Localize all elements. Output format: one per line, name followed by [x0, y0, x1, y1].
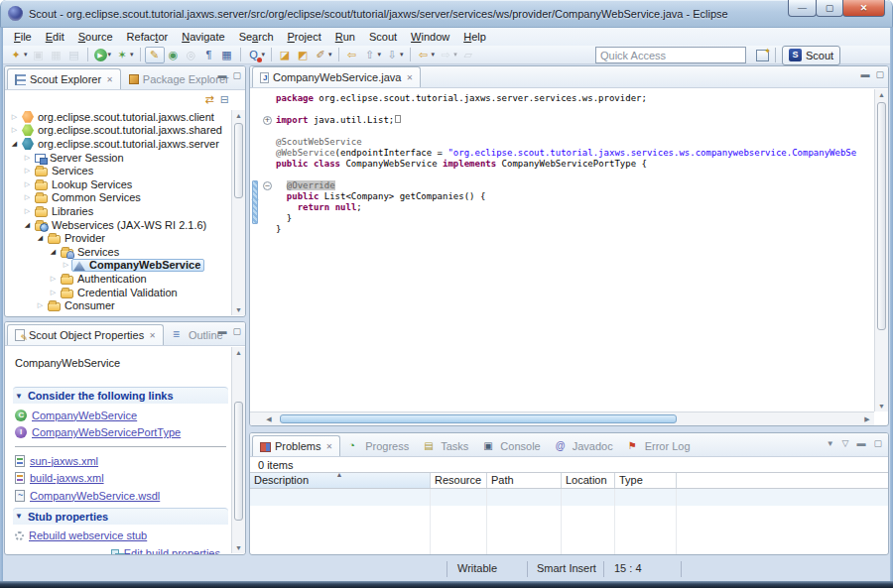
- externalize-strings-button[interactable]: ◉: [165, 48, 183, 62]
- dropdown-arrow-icon[interactable]: ▾: [328, 51, 332, 59]
- link-sun-jaxws-xml[interactable]: sun-jaxws.xml: [30, 455, 98, 467]
- view-menu-icon[interactable]: ▽: [842, 438, 849, 448]
- code-line[interactable]: package org.eclipse.scout.tutorial.jaxws…: [276, 93, 874, 104]
- tree-item-services[interactable]: ▷Services: [5, 164, 232, 177]
- tree-item-org-eclipse-scout-tutorial-jaxws-server[interactable]: ◢org.eclipse.scout.tutorial.jaxws.server: [5, 137, 232, 151]
- search-button[interactable]: ✐▾: [312, 48, 334, 62]
- code-line[interactable]: }: [276, 224, 874, 235]
- dropdown-arrow-icon[interactable]: ▾: [130, 51, 134, 59]
- collapse-arrow-icon[interactable]: ◢: [35, 234, 46, 242]
- dropdown-arrow-icon[interactable]: ▾: [108, 51, 112, 59]
- tree-item-authentication[interactable]: ▷Authentication: [5, 272, 232, 286]
- minimize-view-icon[interactable]: ▬: [217, 70, 226, 80]
- expand-arrow-icon[interactable]: ▷: [48, 275, 59, 283]
- expand-arrow-icon[interactable]: ▷: [9, 113, 20, 121]
- maximize-view-icon[interactable]: ▢: [232, 326, 241, 336]
- menu-window[interactable]: Window: [404, 30, 456, 44]
- code-line[interactable]: import java.util.List;: [276, 115, 874, 126]
- tree-item-server-session[interactable]: ▷Server Session: [5, 151, 232, 165]
- expand-arrow-icon[interactable]: ▷: [22, 207, 33, 215]
- minimize-view-icon[interactable]: ▬: [860, 69, 869, 79]
- properties-tab-scout-object-properties[interactable]: Scout Object Properties✕: [7, 324, 164, 345]
- open-perspective-icon[interactable]: [756, 50, 769, 61]
- maximize-view-icon[interactable]: ▢: [873, 438, 882, 448]
- properties-scrollbar[interactable]: ▲ ▼: [231, 347, 245, 553]
- dropdown-arrow-icon[interactable]: ▾: [262, 51, 266, 59]
- link-with-editor-icon[interactable]: ⇄: [205, 93, 214, 106]
- column-header-location[interactable]: Location: [562, 473, 615, 488]
- dropdown-arrow-icon[interactable]: ▾: [24, 51, 28, 59]
- back-button[interactable]: ⇦▾: [415, 48, 438, 62]
- close-window-button[interactable]: ✕: [842, 0, 885, 17]
- code-area[interactable]: package org.eclipse.scout.tutorial.jaxws…: [276, 93, 874, 235]
- expand-arrow-icon[interactable]: ▷: [22, 167, 33, 175]
- menu-navigate[interactable]: Navigate: [175, 30, 231, 44]
- editor-vertical-scrollbar[interactable]: ▲ ▼: [874, 89, 888, 412]
- expand-arrow-icon[interactable]: ▷: [61, 261, 71, 269]
- open-resource-button[interactable]: ◪: [276, 48, 294, 62]
- editor-horizontal-scrollbar[interactable]: ◀ ▶: [250, 412, 874, 425]
- column-header-path[interactable]: Path: [487, 473, 562, 488]
- tree-item-provider[interactable]: ◢Provider: [5, 231, 232, 245]
- last-edit-location-button[interactable]: ⇦: [343, 48, 361, 62]
- column-header-resource[interactable]: Resource: [431, 473, 487, 488]
- dropdown-arrow-icon[interactable]: ▾: [453, 51, 457, 59]
- code-line[interactable]: @Override: [276, 180, 874, 191]
- menu-scout[interactable]: Scout: [362, 30, 404, 44]
- section-collapse-icon[interactable]: ▼: [15, 392, 23, 401]
- maximize-view-icon[interactable]: ▢: [232, 70, 241, 80]
- close-tab-icon[interactable]: ✕: [406, 73, 413, 82]
- tree-item-consumer[interactable]: ▷Consumer: [5, 298, 232, 312]
- code-line[interactable]: [276, 170, 874, 180]
- tree-item-services[interactable]: ◢Services: [5, 245, 232, 259]
- tree-item-companywebservice[interactable]: ▷CompanyWebService: [5, 259, 232, 273]
- maximize-view-icon[interactable]: ▢: [875, 69, 884, 79]
- problems-tab-javadoc[interactable]: Javadoc: [549, 435, 620, 456]
- menu-help[interactable]: Help: [456, 30, 493, 44]
- show-whitespace-button[interactable]: ¶: [200, 48, 218, 62]
- menu-refactor[interactable]: Refactor: [120, 30, 176, 44]
- tree-item-webservices-jax-ws-ri-2-1-6-[interactable]: ◢Webservices (JAX-WS RI 2.1.6): [5, 218, 232, 232]
- tree-item-org-eclipse-scout-tutorial-jaxws-shared[interactable]: ▷org.eclipse.scout.tutorial.jaxws.shared: [5, 124, 232, 138]
- tree-item-credential-validation[interactable]: ▷Credential Validation: [5, 286, 232, 299]
- expand-arrow-icon[interactable]: ▷: [22, 193, 33, 201]
- expand-region-icon[interactable]: +: [263, 116, 272, 125]
- section-collapse-icon[interactable]: ▼: [15, 512, 23, 521]
- tree-item-common-services[interactable]: ▷Common Services: [5, 191, 232, 205]
- save-all-button[interactable]: ▦: [48, 48, 65, 62]
- menu-edit[interactable]: Edit: [39, 30, 71, 44]
- scout-perspective-button[interactable]: S Scout: [782, 46, 840, 65]
- dropdown-arrow-icon[interactable]: ▾: [378, 51, 382, 59]
- close-tab-icon[interactable]: ✕: [149, 331, 156, 340]
- dropdown-arrow-icon[interactable]: ▾: [432, 51, 436, 59]
- problems-tab-console[interactable]: Console: [476, 435, 547, 456]
- expand-arrow-icon[interactable]: ▷: [22, 180, 33, 188]
- column-header-description[interactable]: Description▲: [250, 473, 431, 488]
- code-line[interactable]: [276, 126, 874, 137]
- collapse-region-icon[interactable]: −: [263, 181, 272, 190]
- expand-arrow-icon[interactable]: ▷: [48, 289, 59, 296]
- explorer-tab-scout-explorer[interactable]: Scout Explorer✕: [7, 68, 121, 89]
- section-header-consider-the-following-links[interactable]: ▼Consider the following links: [13, 387, 228, 404]
- forward-button[interactable]: ⇨▾: [437, 48, 459, 62]
- problems-tab-tasks[interactable]: Tasks: [417, 435, 475, 456]
- code-line[interactable]: @ScoutWebService: [276, 137, 874, 148]
- problems-tab-problems[interactable]: Problems✕: [252, 435, 340, 456]
- dropdown-arrow-icon[interactable]: ▾: [400, 51, 404, 59]
- link-rebuild-webservice-stub[interactable]: Rebuild webservice stub: [29, 529, 147, 541]
- menu-source[interactable]: Source: [71, 30, 120, 44]
- run-button[interactable]: ▶▾: [92, 48, 114, 62]
- previous-annotation-button[interactable]: ⇧▾: [361, 48, 384, 62]
- link-build-jaxws-xml[interactable]: build-jaxws.xml: [30, 472, 104, 484]
- next-annotation-button[interactable]: ⇩▾: [383, 48, 406, 62]
- menu-run[interactable]: Run: [328, 30, 362, 44]
- link-companywebservice-wsdl[interactable]: CompanyWebService.wsdl: [30, 490, 160, 502]
- close-tab-icon[interactable]: ✕: [325, 442, 332, 451]
- print-button[interactable]: ▤: [65, 48, 83, 62]
- quick-access-input[interactable]: [595, 47, 746, 63]
- explorer-scrollbar[interactable]: ▲ ▼: [231, 110, 245, 315]
- new-scout-object-button[interactable]: Q▾: [245, 48, 268, 62]
- expand-arrow-icon[interactable]: ▷: [35, 301, 46, 309]
- minimize-window-button[interactable]: —: [788, 0, 817, 17]
- problems-tab-progress[interactable]: Progress: [341, 435, 416, 456]
